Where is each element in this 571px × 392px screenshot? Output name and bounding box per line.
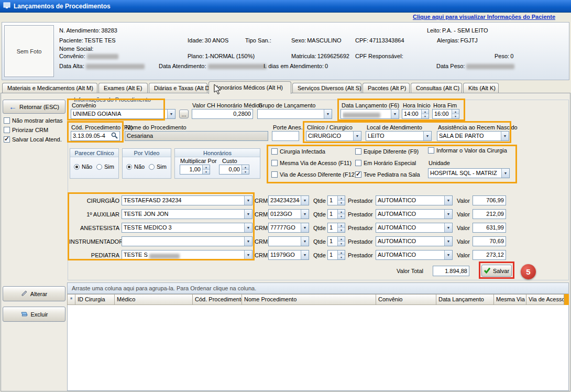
valor-input[interactable]: 70,69 xyxy=(473,236,506,246)
porte-anes-input[interactable] xyxy=(272,131,299,141)
role-label: ANESTESISTA xyxy=(69,225,119,231)
custo-spinner[interactable]: 0,00 ▲▼ xyxy=(219,165,249,175)
chevron-down-icon: ▼ xyxy=(301,251,309,259)
valor-input[interactable]: 273,12 xyxy=(473,250,506,260)
patient-info-link[interactable]: Clique aqui para visualizar Informações … xyxy=(413,14,555,20)
redacted-value xyxy=(466,64,514,69)
qtde-spinner[interactable]: 1▲▼ xyxy=(327,195,345,205)
spin-buttons[interactable]: ▲▼ xyxy=(337,251,345,259)
checkbox-via-diferente[interactable]: Via de Acesso Diferente (F12) xyxy=(271,171,357,178)
prestador-combo[interactable]: AUTOMÁTICO▼ xyxy=(376,236,453,246)
multiplicar-spinner[interactable]: 1,00 ▲▼ xyxy=(180,165,210,175)
grupo-lancamento-combo[interactable]: ▼ xyxy=(257,109,332,119)
prestador-combo[interactable]: AUTOMÁTICO▼ xyxy=(376,223,453,233)
checkbox-horario-especial[interactable]: Em Horário Especial xyxy=(355,160,416,166)
alterar-button[interactable]: Alterar xyxy=(3,286,65,301)
crm-combo[interactable]: 0123GO▼ xyxy=(268,209,309,219)
field-dias-atendimento: I. dias em Atendimento:0 xyxy=(263,63,328,69)
tab-materiais[interactable]: Materiais e Medicamentos (Alt M) xyxy=(2,83,97,93)
prestador-combo[interactable]: AUTOMÁTICO▼ xyxy=(376,209,453,219)
checkbox-mesma-via[interactable]: Mesma Via de Acesso (F11) xyxy=(271,160,352,166)
medico-combo[interactable]: TESTE JON JON▼ xyxy=(122,209,252,219)
grid-col-id-cirurgia[interactable]: ID Cirurgia xyxy=(75,294,115,305)
grid-scrollbar-highlight[interactable] xyxy=(564,294,569,305)
retornar-button[interactable]: ← Retornar (ESC) xyxy=(3,100,65,114)
checkbox-informar-valor[interactable]: Informar o Valor da Cirurgia xyxy=(428,147,507,154)
grid-group-band[interactable]: Arraste uma coluna aqui para agrupa-la. … xyxy=(67,282,569,294)
prestador-combo[interactable]: AUTOMÁTICO▼ xyxy=(376,250,453,260)
field-cpf: CPF:47113343864 xyxy=(355,37,404,43)
excluir-button[interactable]: Excluir xyxy=(3,307,65,322)
qtde-label: Qtde xyxy=(313,252,326,258)
local-atendimento-combo[interactable]: LEITO▼ xyxy=(366,131,432,141)
qtde-spinner[interactable]: 1▲▼ xyxy=(327,250,345,260)
spin-up-icon: ▲ xyxy=(203,165,210,170)
checkbox-teve-pediatra[interactable]: Teve Pediatra na Sala xyxy=(355,171,420,178)
clinico-cirurgico-combo[interactable]: CIRURGICO▼ xyxy=(306,131,361,141)
grid-col-nome-procedimento[interactable]: Nome Procedimento xyxy=(242,294,376,305)
checkbox-cirurgia-infectada[interactable]: Cirurgia Infectada xyxy=(271,148,325,155)
checkbox-nao-mostrar-alertas[interactable]: Não mostrar alertas xyxy=(4,117,63,124)
clinico-cirurgico-label: Clínico / Cirurgico xyxy=(307,124,353,130)
checkbox-box xyxy=(4,136,10,143)
crm-combo[interactable]: 234234234(▼ xyxy=(268,195,309,205)
assistencia-combo[interactable]: SALA DE PARTO▼ xyxy=(437,131,509,141)
role-label: PEDIATRA xyxy=(69,252,119,258)
grid-col-cod-procedimento[interactable]: Cód. Procedimento xyxy=(193,294,242,305)
valor-input[interactable]: 631,99 xyxy=(473,223,506,233)
tab-pacotes[interactable]: Pacotes (Alt P) xyxy=(363,83,410,93)
qtde-spinner[interactable]: 1▲▼ xyxy=(327,209,345,219)
checkbox-salvar-local-atend[interactable]: Salvar Local Atend. xyxy=(4,136,62,143)
convenio-combo[interactable]: UNIMED GOIANIA▼ xyxy=(71,109,175,119)
qtde-spinner[interactable]: 1▲▼ xyxy=(327,236,345,246)
crm-combo[interactable]: 77777GO▼ xyxy=(268,223,309,233)
tab-diarias[interactable]: Diárias e Taxas (Alt D) xyxy=(149,83,207,93)
grid-col-data-lancamento[interactable]: Data Lançamento xyxy=(436,294,494,305)
spin-buttons[interactable]: ▲▼ xyxy=(337,223,345,232)
field-data-atendimento: Data Atendimento: xyxy=(159,63,267,69)
prestador-combo[interactable]: AUTOMÁTICO▼ xyxy=(376,195,453,205)
hora-fim-spinner[interactable]: 16:00 ▲▼ xyxy=(432,109,459,119)
crm-combo[interactable]: 11979GO▼ xyxy=(268,250,309,260)
grid-col-convenio[interactable]: Convênio xyxy=(376,294,436,305)
grid-col-via-acesso[interactable]: Via de Acesso xyxy=(526,294,564,305)
parecer-sim-radio[interactable]: Sim xyxy=(96,164,114,170)
spin-buttons[interactable]: ▲▼ xyxy=(337,196,345,205)
video-nao-radio[interactable]: Não xyxy=(126,164,145,170)
video-sim-radio[interactable]: Sim xyxy=(149,164,167,170)
browse-button[interactable]: ... xyxy=(179,110,189,118)
checkbox-equipe-diferente[interactable]: Equipe Diferente (F9) xyxy=(355,148,419,155)
qtde-label: Qtde xyxy=(313,211,326,217)
valor-input[interactable]: 212,09 xyxy=(473,209,506,219)
spin-buttons[interactable]: ▲▼ xyxy=(337,210,345,219)
crm-combo[interactable]: ▼ xyxy=(268,236,309,246)
spin-buttons[interactable]: ▲▼ xyxy=(202,165,210,174)
spin-buttons[interactable]: ▲▼ xyxy=(421,110,429,118)
grid-data-area[interactable] xyxy=(67,305,569,391)
spin-buttons[interactable]: ▲▼ xyxy=(452,110,459,118)
medico-combo[interactable]: TESTAEFASD 234234▼ xyxy=(122,195,252,205)
spin-down-icon: ▼ xyxy=(422,114,429,118)
hora-inicio-spinner[interactable]: 14:00 ▲▼ xyxy=(402,109,429,119)
valor-ch-input[interactable]: 0,2800 xyxy=(192,109,253,119)
tab-servicos[interactable]: Serviços Diversos (Alt S) xyxy=(292,83,361,93)
spin-buttons[interactable]: ▲▼ xyxy=(241,165,249,174)
checkbox-priorizar-crm[interactable]: Priorizar CRM xyxy=(4,127,48,133)
medico-combo[interactable]: TESTE MEDICO 3▼ xyxy=(122,223,252,233)
unidade-combo[interactable]: HOSPITAL SQL - MATRIZ▼ xyxy=(428,168,510,178)
tab-kits[interactable]: Kits (Alt K) xyxy=(463,83,499,93)
parecer-nao-radio[interactable]: Não xyxy=(74,164,92,170)
spin-buttons[interactable]: ▲▼ xyxy=(337,237,345,246)
grid-col-medico[interactable]: Médico xyxy=(115,294,193,305)
tab-exames[interactable]: Exames (Alt E) xyxy=(98,83,148,93)
salvar-button[interactable]: Salvar xyxy=(481,265,512,277)
valor-input[interactable]: 706,99 xyxy=(473,195,506,205)
tab-honorarios[interactable]: Honorários Médicos (Alt H) xyxy=(208,81,291,94)
tab-consultas[interactable]: Consultas (Alt C) xyxy=(411,83,462,93)
data-lancamento-combo[interactable]: ▼ xyxy=(341,109,399,119)
medico-combo[interactable]: TESTE S ▼ xyxy=(122,250,252,260)
medico-combo[interactable]: ▼ xyxy=(122,236,252,246)
grid-col-mesma-via[interactable]: Mesma Via ( xyxy=(494,294,526,305)
search-icon[interactable] xyxy=(111,132,118,140)
qtde-spinner[interactable]: 1▲▼ xyxy=(327,223,345,233)
